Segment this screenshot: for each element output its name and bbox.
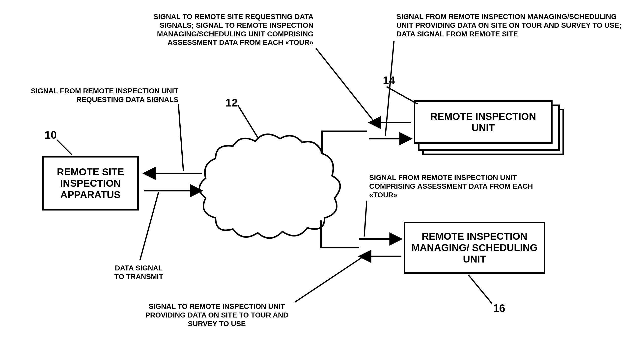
- annotation-a4: DATA SIGNAL TO TRANSMIT: [106, 264, 171, 281]
- leader-16: [468, 275, 492, 303]
- box-remote-inspection-managing: REMOTE INSPECTION MANAGING/ SCHEDULING U…: [404, 222, 545, 274]
- annotation-a6: SIGNAL TO REMOTE INSPECTION UNIT PROVIDI…: [136, 302, 297, 328]
- leader-a1: [316, 48, 373, 120]
- connector-network-to-rimsu: [321, 220, 359, 248]
- label-remote-inspection-unit: REMOTE INSPECTION UNIT: [420, 111, 546, 133]
- annotation-a5: SIGNAL FROM REMOTE INSPECTION UNIT COMPR…: [369, 173, 538, 199]
- refnum-12: 12: [226, 97, 238, 109]
- leader-a4: [140, 192, 158, 260]
- box-remote-inspection-unit-stack: REMOTE INSPECTION UNIT: [414, 100, 552, 144]
- annotation-a1: SIGNAL TO REMOTE SITE REQUESTING DATA SI…: [135, 12, 314, 47]
- diagram-stage: 10 12 14 16 REMOTE SITE INSPECTION APPAR…: [0, 0, 644, 343]
- network-cloud: [200, 134, 340, 238]
- connector-network-to-riu: [322, 131, 367, 154]
- leader-10: [57, 140, 72, 155]
- leader-a2: [385, 41, 394, 136]
- leader-14: [386, 87, 418, 104]
- leader-a5: [364, 201, 367, 237]
- leader-a3: [178, 104, 183, 171]
- refnum-10: 10: [44, 129, 57, 141]
- label-remote-inspection-managing: REMOTE INSPECTION MANAGING/ SCHEDULING U…: [410, 231, 539, 265]
- annotation-a3: SIGNAL FROM REMOTE INSPECTION UNIT REQUE…: [25, 87, 178, 104]
- leader-a6: [295, 258, 362, 302]
- box-remote-site-inspection-apparatus: REMOTE SITE INSPECTION APPARATUS: [42, 156, 139, 211]
- label-network: NETWORK: [249, 168, 303, 180]
- refnum-14: 14: [383, 74, 395, 87]
- refnum-16: 16: [493, 302, 505, 315]
- label-remote-site: REMOTE SITE INSPECTION APPARATUS: [48, 166, 132, 200]
- leader-12: [238, 105, 258, 137]
- annotation-a2: SIGNAL FROM REMOTE INSPECTION MANAGING/S…: [396, 12, 639, 38]
